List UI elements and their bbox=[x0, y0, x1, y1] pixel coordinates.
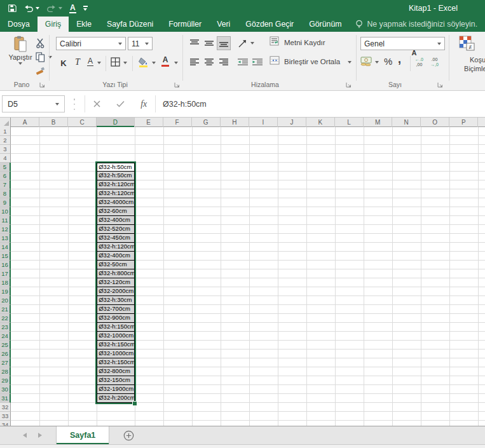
col-header-H[interactable]: H bbox=[221, 118, 249, 127]
row-header-1[interactable]: 1 bbox=[0, 127, 11, 136]
bold-button[interactable]: K bbox=[58, 57, 69, 69]
col-header-N[interactable]: N bbox=[392, 118, 421, 127]
cell-D28[interactable]: Ø32-800cm bbox=[97, 367, 134, 376]
row-header-23[interactable]: 23 bbox=[0, 323, 11, 332]
fill-color-caret-icon[interactable] bbox=[152, 62, 156, 64]
redo-button[interactable] bbox=[46, 4, 62, 13]
cell-D17[interactable]: Ø32-h:800cm bbox=[97, 269, 134, 278]
row-header-13[interactable]: 13 bbox=[0, 234, 11, 243]
row-header-29[interactable]: 29 bbox=[0, 376, 11, 385]
alignment-dialog-launcher[interactable] bbox=[346, 81, 352, 88]
tab-ekle[interactable]: Ekle bbox=[69, 17, 99, 32]
qat-font-icon[interactable]: A bbox=[69, 4, 76, 13]
underline-caret-icon[interactable] bbox=[97, 62, 101, 64]
row-header-25[interactable]: 25 bbox=[0, 341, 11, 350]
col-header-O[interactable]: O bbox=[421, 118, 449, 127]
cell-D20[interactable]: Ø32-h:30cm bbox=[97, 296, 134, 305]
wrap-text-button[interactable] bbox=[270, 36, 280, 46]
cell-D7[interactable]: Ø32-h:120cm bbox=[97, 180, 134, 189]
cell-D9[interactable]: Ø32-4000cm bbox=[97, 198, 134, 207]
col-header-B[interactable]: B bbox=[39, 118, 68, 127]
col-header-K[interactable]: K bbox=[306, 118, 335, 127]
row-header-7[interactable]: 7 bbox=[0, 180, 11, 189]
save-icon[interactable] bbox=[8, 4, 17, 13]
row-header-8[interactable]: 8 bbox=[0, 189, 11, 198]
wrap-text-label[interactable]: Metni Kaydır bbox=[284, 39, 325, 46]
merge-center-button[interactable] bbox=[270, 55, 280, 65]
cell-D5[interactable]: Ø32-h:50cm bbox=[97, 163, 134, 172]
borders-button[interactable] bbox=[111, 57, 120, 67]
font-color-caret-icon[interactable] bbox=[174, 62, 178, 64]
merge-center-label[interactable]: Birleştir ve Ortala bbox=[284, 58, 340, 65]
col-header-F[interactable]: F bbox=[163, 118, 192, 127]
insert-function-icon[interactable]: fx bbox=[140, 99, 147, 109]
row-header-30[interactable]: 30 bbox=[0, 385, 11, 394]
name-box[interactable]: D5 bbox=[2, 95, 65, 112]
decrease-decimal-button[interactable]: .00 →,0 bbox=[430, 57, 439, 67]
cell-D8[interactable]: Ø32-h:120cm bbox=[97, 189, 134, 198]
conditional-formatting-label-2[interactable]: Biçimlendir bbox=[459, 65, 485, 72]
italic-button[interactable]: T bbox=[72, 57, 83, 68]
font-color-button[interactable]: A bbox=[161, 56, 169, 67]
formula-bar-handle[interactable] bbox=[73, 98, 76, 110]
row-header-21[interactable]: 21 bbox=[0, 305, 11, 314]
cell-D26[interactable]: Ø32-1000cm bbox=[97, 350, 134, 358]
row-header-22[interactable]: 22 bbox=[0, 314, 11, 323]
cell-D13[interactable]: Ø32-450cm bbox=[97, 234, 134, 243]
align-center-button[interactable] bbox=[203, 56, 215, 69]
paste-button[interactable]: Yapıştır bbox=[6, 36, 34, 65]
col-header-I[interactable]: I bbox=[249, 118, 278, 127]
cell-D25[interactable]: Ø32-h:150cm bbox=[97, 341, 134, 350]
select-all-button[interactable] bbox=[0, 118, 11, 127]
col-header-E[interactable]: E bbox=[135, 118, 163, 127]
sheet-tab-sayfa1[interactable]: Sayfa1 bbox=[56, 426, 109, 444]
row-header-6[interactable]: 6 bbox=[0, 172, 11, 180]
prev-sheet-icon[interactable] bbox=[23, 433, 27, 438]
cell-D30[interactable]: Ø32-1900cm bbox=[97, 385, 134, 394]
font-size-combo[interactable]: 11 bbox=[128, 37, 153, 50]
font-name-combo[interactable]: Calibri bbox=[56, 37, 126, 50]
row-header-31[interactable]: 31 bbox=[0, 394, 11, 403]
align-top-button[interactable] bbox=[188, 37, 201, 50]
row-header-12[interactable]: 12 bbox=[0, 225, 11, 234]
cell-D27[interactable]: Ø32-h:150cm bbox=[97, 358, 134, 367]
row-header-27[interactable]: 27 bbox=[0, 358, 11, 367]
row-header-18[interactable]: 18 bbox=[0, 278, 11, 287]
cell-D6[interactable]: Ø32-h:50cm bbox=[97, 172, 134, 180]
cell-D10[interactable]: Ø32-60cm bbox=[97, 207, 134, 216]
number-format-combo[interactable]: Genel bbox=[360, 37, 445, 50]
cell-D23[interactable]: Ø32-h:150cm bbox=[97, 323, 134, 332]
fill-handle[interactable] bbox=[132, 401, 137, 406]
borders-caret-icon[interactable] bbox=[123, 62, 127, 64]
tab-sayfa-düzeni[interactable]: Sayfa Düzeni bbox=[99, 17, 161, 32]
row-header-3[interactable]: 3 bbox=[0, 145, 11, 154]
row-header-20[interactable]: 20 bbox=[0, 296, 11, 305]
undo-button[interactable] bbox=[24, 4, 39, 13]
row-header-10[interactable]: 10 bbox=[0, 207, 11, 216]
col-header-P[interactable]: P bbox=[449, 118, 478, 127]
align-right-button[interactable] bbox=[217, 56, 230, 69]
percent-button[interactable]: % bbox=[384, 56, 392, 67]
row-header-28[interactable]: 28 bbox=[0, 367, 11, 376]
currency-button[interactable] bbox=[360, 57, 372, 66]
orientation-caret-icon[interactable] bbox=[250, 42, 254, 44]
add-sheet-button[interactable] bbox=[123, 426, 134, 444]
qat-more-icon[interactable] bbox=[83, 6, 88, 11]
cell-D12[interactable]: Ø32-520cm bbox=[97, 225, 134, 234]
cell-D21[interactable]: Ø32-700cm bbox=[97, 305, 134, 314]
cell-D18[interactable]: Ø32-120cm bbox=[97, 278, 134, 287]
increase-indent-button[interactable] bbox=[251, 56, 264, 69]
comma-style-button[interactable]: , bbox=[398, 53, 401, 66]
row-header-9[interactable]: 9 bbox=[0, 198, 11, 207]
col-header-G[interactable]: G bbox=[192, 118, 221, 127]
cell-D22[interactable]: Ø32-900cm bbox=[97, 314, 134, 323]
cell-D24[interactable]: Ø32-1000cm bbox=[97, 332, 134, 341]
row-header-5[interactable]: 5 bbox=[0, 163, 11, 172]
row-header-32[interactable]: 32 bbox=[0, 403, 11, 412]
undo-caret-icon[interactable] bbox=[36, 7, 39, 10]
row-header-19[interactable]: 19 bbox=[0, 287, 11, 296]
col-header-A[interactable]: A bbox=[11, 118, 39, 127]
cell-D15[interactable]: Ø32-400cm bbox=[97, 252, 134, 261]
merge-caret-icon[interactable] bbox=[348, 61, 352, 64]
underline-button[interactable]: A bbox=[87, 57, 93, 66]
